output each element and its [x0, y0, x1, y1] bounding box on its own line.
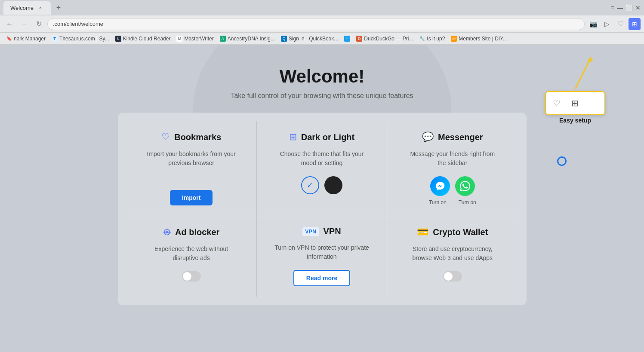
bookmark-item-members[interactable]: M Members Site | DIY... — [448, 35, 509, 43]
svg-line-0 — [575, 59, 590, 89]
bookmark-item-quickbooks[interactable]: Q Sign in - QuickBook... — [278, 35, 341, 43]
theme-desc: Choose the theme that fits your mood or … — [274, 150, 369, 168]
play-icon[interactable]: ▷ — [601, 18, 613, 30]
quickbooks-favicon: Q — [281, 36, 287, 42]
feature-card-messenger: 💬 Messenger Message your friends right f… — [387, 121, 518, 216]
thesaurus-favicon: T — [52, 36, 58, 42]
ancestry-favicon: A — [220, 36, 226, 42]
messenger-icon: 💬 — [422, 132, 434, 143]
feature-header-messenger: 💬 Messenger — [422, 132, 483, 143]
bookmark-item-masterwriter[interactable]: M MasterWriter — [174, 35, 216, 43]
masterwriter-label: MasterWriter — [184, 36, 213, 42]
feature-cards: ♡ Bookmarks Import your bookmarks from y… — [118, 113, 527, 305]
members-favicon: M — [451, 36, 457, 42]
feature-card-crypto: 💳 Crypto Wallet Store and use cryptocurr… — [387, 216, 518, 297]
restore-button[interactable]: ⬜ — [626, 4, 633, 11]
kindle-favicon: K — [115, 36, 121, 42]
masterwriter-favicon: M — [176, 36, 182, 42]
easy-setup-icon[interactable]: ⊞ — [629, 18, 641, 30]
bookmarks-icon: ♡ — [161, 132, 170, 143]
bookmarks-title: Bookmarks — [174, 132, 221, 142]
messenger-desc: Message your friends right from the side… — [405, 150, 500, 168]
adblocker-desc: Experience the web without disruptive ad… — [144, 245, 239, 263]
vpn-title: VPN — [324, 227, 341, 236]
bookmark-item-isitup[interactable]: 🔧 Is it up? — [416, 35, 447, 43]
bookmark-item-duckduckgo[interactable]: D DuckDuckGo — Pri... — [354, 35, 416, 43]
fb-turn-on-label: Turn on — [429, 199, 447, 205]
easy-setup-popup: ♡ ⊞ Easy setup — [545, 91, 605, 124]
crypto-toggle[interactable] — [443, 271, 462, 282]
bookmark-item-thesaurus[interactable]: T Thesaurus.com | Sy... — [49, 35, 112, 43]
close-window-button[interactable]: ✕ — [635, 4, 641, 11]
welcome-title: Welcome! — [231, 66, 413, 87]
forward-button[interactable]: → — [18, 18, 30, 30]
minimize-button[interactable]: — — [617, 4, 623, 11]
import-button[interactable]: Import — [170, 190, 213, 205]
kindle-label: Kindle Cloud Reader — [123, 36, 171, 42]
feature-header-bookmarks: ♡ Bookmarks — [161, 132, 221, 143]
tab-menu-icon[interactable]: ≡ — [611, 4, 614, 11]
page-content: Welcome! Take full control of your brows… — [0, 45, 644, 352]
vpn-icon: VPN — [302, 227, 319, 236]
camera-icon[interactable]: 📷 — [587, 18, 599, 30]
blue-circle-decoration — [557, 156, 567, 166]
welcome-section: Welcome! Take full control of your brows… — [231, 45, 413, 113]
back-button[interactable]: ← — [3, 18, 15, 30]
whatsapp-icon[interactable] — [455, 176, 475, 196]
light-theme-option[interactable] — [301, 176, 319, 194]
address-text: .com/client/welcome — [53, 21, 103, 27]
dark-theme-option[interactable] — [324, 176, 342, 194]
annotation-arrow — [541, 55, 597, 93]
ancestry-label: AncestryDNA Insig... — [228, 36, 275, 42]
crypto-desc: Store and use cryptocurrency, browse Web… — [405, 245, 500, 263]
quickbooks-label: Sign in - QuickBook... — [289, 36, 338, 42]
easy-setup-popup-box: ♡ ⊞ — [545, 91, 605, 115]
svg-marker-1 — [587, 57, 593, 62]
bookmark-item-twitter[interactable]: 🐦 — [342, 35, 353, 43]
feature-card-vpn: VPN VPN Turn on VPN to protect your priv… — [257, 216, 387, 297]
popup-divider — [566, 97, 566, 109]
isitup-label: Is it up? — [427, 36, 445, 42]
welcome-subtitle: Take full control of your browsing with … — [231, 92, 413, 100]
bookmarks-action: Import — [170, 190, 213, 205]
messenger-icons — [430, 176, 475, 196]
new-tab-button[interactable]: + — [52, 2, 65, 14]
crypto-title: Crypto Wallet — [433, 227, 488, 237]
feature-header-adblocker: ⊗ Ad blocker — [163, 227, 219, 238]
toolbar-right: 📷 ▷ ♡ ⊞ — [587, 18, 641, 30]
isitup-favicon: 🔧 — [419, 36, 425, 42]
ddg-favicon: D — [356, 36, 362, 42]
tab-close-button[interactable]: × — [37, 4, 44, 11]
theme-title: Dark or Light — [301, 132, 354, 142]
bookmark-favicon: 🔖 — [6, 36, 12, 42]
feature-header-crypto: 💳 Crypto Wallet — [417, 227, 488, 238]
bookmarks-desc: Import your bookmarks from your previous… — [144, 150, 239, 168]
thesaurus-label: Thesaurus.com | Sy... — [59, 36, 109, 42]
browser-chrome: Welcome × + ≡ — ⬜ ✕ ← → ↻ .com/client/we… — [0, 0, 644, 45]
vpn-read-more-button[interactable]: Read more — [293, 270, 350, 286]
feature-header-theme: ⊞ Dark or Light — [289, 132, 354, 143]
bookmark-item-kindle[interactable]: K Kindle Cloud Reader — [113, 35, 173, 43]
bookmark-item-ancestry[interactable]: A AncestryDNA Insig... — [217, 35, 277, 43]
ddg-label: DuckDuckGo — Pri... — [364, 36, 413, 42]
feature-card-theme: ⊞ Dark or Light Choose the theme that fi… — [257, 121, 387, 216]
vpn-desc: Turn on VPN to protect your private info… — [274, 243, 369, 261]
bookmark-item[interactable]: 🔖 nark Manager — [3, 35, 48, 43]
wa-turn-on-label: Turn on — [459, 199, 476, 205]
active-tab[interactable]: Welcome × — [3, 1, 51, 15]
popup-heart-icon: ♡ — [553, 98, 561, 108]
feature-header-vpn: VPN VPN — [302, 227, 341, 236]
twitter-favicon: 🐦 — [344, 36, 350, 42]
favorites-icon[interactable]: ♡ — [615, 18, 627, 30]
reload-button[interactable]: ↻ — [33, 18, 45, 30]
adblocker-toggle[interactable] — [182, 271, 201, 282]
members-label: Members Site | DIY... — [459, 36, 507, 42]
tab-bar: Welcome × + ≡ — ⬜ ✕ — [0, 0, 644, 15]
bookmark-label: nark Manager — [14, 36, 46, 42]
address-bar[interactable]: .com/client/welcome — [47, 18, 585, 30]
theme-icon: ⊞ — [289, 132, 297, 143]
tab-title: Welcome — [10, 5, 34, 11]
theme-options — [301, 176, 342, 194]
feature-card-adblocker: ⊗ Ad blocker Experience the web without … — [126, 216, 257, 297]
facebook-messenger-icon[interactable] — [430, 176, 450, 196]
